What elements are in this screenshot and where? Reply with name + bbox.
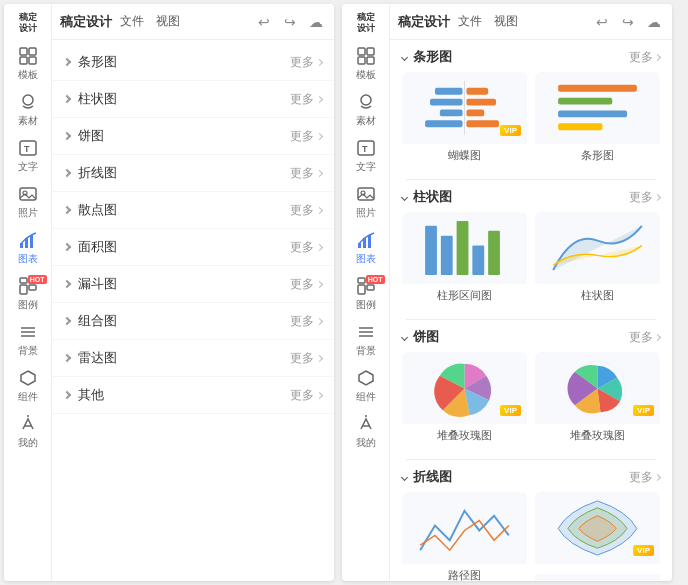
chart-preview: VIP (402, 352, 527, 424)
svg-rect-46 (466, 88, 488, 95)
sidebar-item-bg[interactable]: 背景 (6, 318, 50, 362)
undo-icon[interactable]: ↩ (254, 12, 274, 32)
sidebar-label-chart: 图表 (356, 252, 376, 266)
chart-preview: VIP (402, 72, 527, 144)
left-panel: 稿定设计 模板素材T文字照片图表HOT图例背景组件我的 稿定设计 文件 视图 ↩… (4, 4, 334, 581)
list-item-name: 饼图 (78, 127, 290, 145)
sidebar-label-bg: 背景 (18, 344, 38, 358)
vip-badge: VIP (500, 405, 521, 416)
list-item[interactable]: 折线图更多 (52, 155, 334, 192)
chart-card-butterfly[interactable]: VIP蝴蝶图 (402, 72, 527, 169)
list-item-more[interactable]: 更多 (290, 202, 322, 219)
section-more-button[interactable]: 更多 (629, 329, 660, 346)
sidebar-item-photo[interactable]: 照片 (344, 180, 388, 224)
svg-rect-36 (358, 285, 365, 294)
bg-icon (18, 322, 38, 342)
hot-badge: HOT (28, 275, 47, 284)
right-main-content: 条形图更多 VIP蝴蝶图 条形图柱状图更多 柱形区间图 柱状图饼图更多 (390, 40, 672, 581)
photo-icon (18, 184, 38, 204)
chart-icon (18, 230, 38, 250)
list-item[interactable]: 饼图更多 (52, 118, 334, 155)
sidebar-item-component[interactable]: 组件 (344, 364, 388, 408)
more-chevron-icon (316, 317, 323, 324)
cloud-icon[interactable]: ☁ (306, 12, 326, 32)
list-item[interactable]: 漏斗图更多 (52, 266, 334, 303)
sidebar-item-chart[interactable]: 图表 (6, 226, 50, 270)
svg-rect-2 (20, 57, 27, 64)
list-item-more[interactable]: 更多 (290, 387, 322, 404)
sidebar-item-mine[interactable]: 我的 (344, 410, 388, 454)
cloud-icon-right[interactable]: ☁ (644, 12, 664, 32)
bg-icon (356, 322, 376, 342)
menu-view-right[interactable]: 视图 (494, 13, 518, 30)
undo-icon-right[interactable]: ↩ (592, 12, 612, 32)
sidebar-item-text[interactable]: T文字 (344, 134, 388, 178)
sidebar-item-example[interactable]: HOT图例 (6, 272, 50, 316)
sidebar-item-template[interactable]: 模板 (344, 42, 388, 86)
section-expand-icon (401, 53, 408, 60)
list-item[interactable]: 其他更多 (52, 377, 334, 414)
chart-card-scatter[interactable]: VIP (535, 492, 660, 581)
svg-rect-56 (558, 123, 602, 130)
list-item[interactable]: 柱状图更多 (52, 81, 334, 118)
svg-rect-25 (367, 57, 374, 64)
assets-icon (18, 92, 38, 112)
section-header-条形图: 条形图更多 (398, 40, 664, 72)
list-item[interactable]: 散点图更多 (52, 192, 334, 229)
menu-file-right[interactable]: 文件 (458, 13, 482, 30)
chart-card-rose1[interactable]: VIP堆叠玫瑰图 (402, 352, 527, 449)
sidebar-item-component[interactable]: 组件 (6, 364, 50, 408)
sidebar-item-chart[interactable]: 图表 (344, 226, 388, 270)
sidebar-item-bg[interactable]: 背景 (344, 318, 388, 362)
more-chevron-icon (316, 95, 323, 102)
svg-rect-33 (368, 235, 371, 248)
redo-icon[interactable]: ↪ (280, 12, 300, 32)
section-more-button[interactable]: 更多 (629, 189, 660, 206)
list-item-more[interactable]: 更多 (290, 128, 322, 145)
sidebar-item-text[interactable]: T文字 (6, 134, 50, 178)
chart-label: 蝴蝶图 (402, 144, 527, 169)
sidebar-item-assets[interactable]: 素材 (6, 88, 50, 132)
list-item-expand-icon (63, 206, 71, 214)
list-item-more[interactable]: 更多 (290, 91, 322, 108)
header-menu-right: 文件 视图 (458, 13, 592, 30)
list-item[interactable]: 雷达图更多 (52, 340, 334, 377)
list-item-more[interactable]: 更多 (290, 313, 322, 330)
svg-rect-31 (358, 243, 361, 248)
svg-rect-23 (367, 48, 374, 55)
svg-rect-7 (20, 188, 36, 200)
sidebar-item-assets[interactable]: 素材 (344, 88, 388, 132)
sidebar-label-bg: 背景 (356, 344, 376, 358)
sidebar-item-template[interactable]: 模板 (6, 42, 50, 86)
section-more-chevron-icon (654, 333, 661, 340)
list-item-more[interactable]: 更多 (290, 239, 322, 256)
list-item-more[interactable]: 更多 (290, 350, 322, 367)
sidebar-item-mine[interactable]: 我的 (6, 410, 50, 454)
chart-card-rose2[interactable]: VIP堆叠玫瑰图 (535, 352, 660, 449)
chart-card-bar2[interactable]: 柱状图 (535, 212, 660, 309)
section-more-button[interactable]: 更多 (629, 469, 660, 486)
list-item-more[interactable]: 更多 (290, 54, 322, 71)
menu-view-left[interactable]: 视图 (156, 13, 180, 30)
list-item[interactable]: 条形图更多 (52, 44, 334, 81)
sidebar-item-example[interactable]: HOT图例 (344, 272, 388, 316)
sidebar-label-component: 组件 (356, 390, 376, 404)
list-item-more[interactable]: 更多 (290, 276, 322, 293)
list-item[interactable]: 组合图更多 (52, 303, 334, 340)
chart-card-line[interactable]: 路径图 (402, 492, 527, 581)
chart-card-bar[interactable]: 条形图 (535, 72, 660, 169)
menu-file-left[interactable]: 文件 (120, 13, 144, 30)
list-item[interactable]: 面积图更多 (52, 229, 334, 266)
list-item-more[interactable]: 更多 (290, 165, 322, 182)
chart-label: 堆叠玫瑰图 (402, 424, 527, 449)
svg-rect-14 (20, 285, 27, 294)
chart-card-area[interactable]: 柱形区间图 (402, 212, 527, 309)
redo-icon-right[interactable]: ↪ (618, 12, 638, 32)
template-icon (18, 46, 38, 66)
sidebar-item-photo[interactable]: 照片 (6, 180, 50, 224)
assets-icon (356, 92, 376, 112)
section-more-chevron-icon (654, 53, 661, 60)
text-icon: T (356, 138, 376, 158)
section-more-button[interactable]: 更多 (629, 49, 660, 66)
list-item-expand-icon (63, 243, 71, 251)
